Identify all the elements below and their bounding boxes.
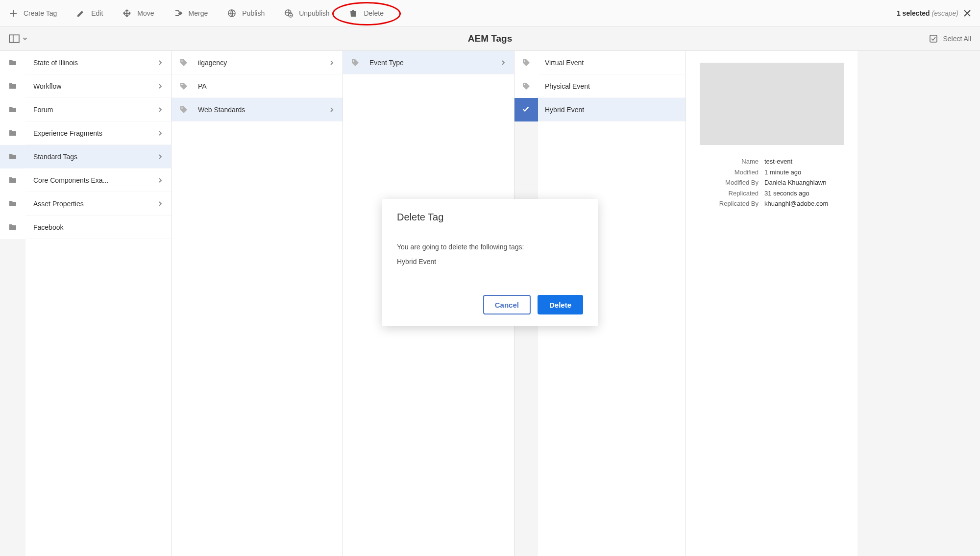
item-label: Workflow bbox=[33, 82, 147, 90]
column-item[interactable]: Facebook bbox=[25, 216, 171, 239]
column-1: State of IllinoisWorkflowForumExperience… bbox=[0, 51, 172, 556]
dialog-title: Delete Tag bbox=[397, 212, 583, 223]
detail-panel: Nametest-eventModified1 minute agoModifi… bbox=[686, 51, 858, 556]
select-all-icon bbox=[929, 34, 938, 43]
column-item[interactable]: PA bbox=[172, 74, 343, 98]
property-row: Nametest-event bbox=[700, 157, 844, 167]
folder-icon bbox=[0, 121, 25, 145]
chevron-right-icon bbox=[500, 60, 506, 66]
folder-icon bbox=[0, 51, 25, 74]
item-label: Asset Properties bbox=[33, 200, 147, 208]
edit-label: Edit bbox=[91, 9, 103, 17]
item-label: Web Standards bbox=[198, 106, 319, 114]
chevron-down-icon bbox=[23, 36, 27, 41]
column-item[interactable]: Virtual Event bbox=[538, 51, 686, 74]
dialog-divider bbox=[397, 230, 583, 230]
property-value: test-event bbox=[764, 157, 844, 167]
select-all-button[interactable]: Select All bbox=[929, 34, 971, 43]
property-label: Name bbox=[700, 157, 759, 167]
dialog-item: Hybrid Event bbox=[397, 258, 583, 266]
chevron-right-icon bbox=[157, 154, 163, 160]
folder-icon bbox=[0, 169, 25, 192]
check-icon[interactable] bbox=[514, 98, 538, 121]
move-button[interactable]: Move bbox=[122, 9, 154, 18]
item-label: Forum bbox=[33, 106, 147, 114]
property-row: Replicated31 seconds ago bbox=[700, 189, 844, 198]
item-label: Event Type bbox=[369, 59, 490, 67]
dialog-actions: Cancel Delete bbox=[397, 295, 583, 314]
property-value: 1 minute ago bbox=[764, 168, 844, 177]
edit-button[interactable]: Edit bbox=[76, 9, 103, 18]
svg-rect-4 bbox=[930, 35, 937, 42]
folder-icon bbox=[0, 98, 25, 121]
thumbnail-placeholder bbox=[700, 63, 844, 145]
column-item[interactable]: ilgagency bbox=[172, 51, 343, 74]
create-tag-label: Create Tag bbox=[24, 9, 57, 17]
plus-icon bbox=[9, 9, 18, 18]
tag-icon bbox=[179, 82, 188, 91]
property-value: 31 seconds ago bbox=[764, 189, 844, 198]
property-value: khuanghl@adobe.com bbox=[764, 199, 844, 209]
merge-label: Merge bbox=[189, 9, 208, 17]
delete-button[interactable]: Delete bbox=[349, 9, 383, 18]
folder-icon bbox=[0, 145, 25, 169]
property-row: Modified1 minute ago bbox=[700, 168, 844, 177]
svg-point-8 bbox=[353, 60, 354, 62]
property-row: Modified ByDaniela Khuanghlawn bbox=[700, 178, 844, 188]
delete-dialog: Delete Tag You are going to delete the f… bbox=[382, 199, 598, 326]
column-item[interactable]: Event Type bbox=[343, 51, 514, 74]
item-label: Hybrid Event bbox=[545, 106, 678, 114]
column-item[interactable]: Standard Tags bbox=[25, 145, 171, 169]
column-item[interactable]: Workflow bbox=[25, 74, 171, 98]
property-value: Daniela Khuanghlawn bbox=[764, 178, 844, 188]
confirm-delete-button[interactable]: Delete bbox=[538, 295, 583, 314]
column-item[interactable]: Hybrid Event bbox=[538, 98, 686, 121]
tag-icon[interactable] bbox=[514, 74, 538, 98]
column-item[interactable]: State of Illinois bbox=[25, 51, 171, 74]
merge-button[interactable]: Merge bbox=[174, 9, 208, 18]
select-all-label: Select All bbox=[943, 35, 971, 43]
pencil-icon bbox=[76, 9, 85, 18]
chevron-right-icon bbox=[157, 107, 163, 113]
trash-icon bbox=[349, 9, 358, 18]
property-list: Nametest-eventModified1 minute agoModifi… bbox=[700, 157, 844, 209]
unpublish-button[interactable]: Unpublish bbox=[284, 9, 329, 18]
delete-label: Delete bbox=[364, 9, 383, 17]
column-item[interactable]: Forum bbox=[25, 98, 171, 121]
chevron-right-icon bbox=[157, 83, 163, 89]
publish-label: Publish bbox=[242, 9, 265, 17]
tag-icon bbox=[179, 58, 188, 67]
column-item[interactable]: Physical Event bbox=[538, 74, 686, 98]
chevron-right-icon bbox=[329, 107, 335, 113]
svg-point-6 bbox=[181, 84, 183, 85]
chevron-right-icon bbox=[157, 177, 163, 183]
globe-icon bbox=[227, 9, 236, 18]
property-label: Replicated By bbox=[700, 199, 759, 209]
item-label: Experience Fragments bbox=[33, 129, 147, 137]
column-item[interactable]: Web Standards bbox=[172, 98, 343, 121]
merge-icon bbox=[174, 9, 183, 18]
action-toolbar: Create Tag Edit Move Merge Publish Unpub… bbox=[0, 0, 980, 26]
svg-rect-3 bbox=[9, 35, 19, 42]
chevron-right-icon bbox=[157, 130, 163, 136]
tag-icon[interactable] bbox=[514, 51, 538, 74]
chevron-right-icon bbox=[329, 60, 335, 66]
publish-button[interactable]: Publish bbox=[227, 9, 265, 18]
svg-point-5 bbox=[181, 60, 183, 62]
create-tag-button[interactable]: Create Tag bbox=[9, 9, 57, 18]
column-item[interactable]: Experience Fragments bbox=[25, 121, 171, 145]
view-switcher[interactable] bbox=[9, 34, 27, 43]
cancel-button[interactable]: Cancel bbox=[483, 295, 531, 314]
column-item[interactable]: Core Components Exa... bbox=[25, 169, 171, 192]
item-label: Facebook bbox=[33, 223, 163, 231]
unpublish-label: Unpublish bbox=[299, 9, 329, 17]
tag-icon bbox=[179, 105, 188, 114]
svg-point-10 bbox=[524, 84, 525, 85]
item-label: Core Components Exa... bbox=[33, 176, 147, 184]
close-icon[interactable] bbox=[963, 9, 971, 17]
toolbar-right: 1 selected (escape) bbox=[897, 9, 971, 17]
item-label: Standard Tags bbox=[33, 153, 147, 161]
column-item[interactable]: Asset Properties bbox=[25, 192, 171, 216]
page-title: AEM Tags bbox=[468, 33, 512, 44]
item-label: Physical Event bbox=[545, 82, 678, 90]
